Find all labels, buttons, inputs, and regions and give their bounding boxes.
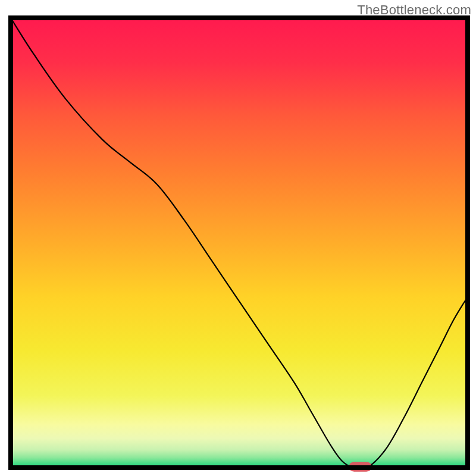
chart-container: TheBottleneck.com [0,0,476,476]
watermark-text: TheBottleneck.com [357,2,471,18]
bottleneck-chart [0,0,476,476]
plot-background [11,18,468,468]
